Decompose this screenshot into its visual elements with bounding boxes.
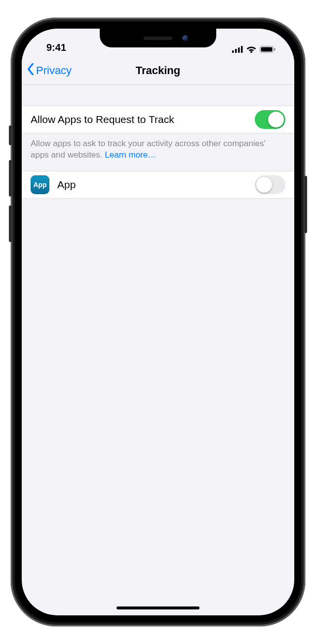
battery-icon (260, 46, 276, 53)
status-time: 9:41 (46, 42, 66, 53)
learn-more-link[interactable]: Learn more… (105, 150, 156, 160)
app-icon: App (31, 175, 49, 194)
app-tracking-toggle[interactable] (255, 175, 285, 194)
mute-switch[interactable] (9, 125, 12, 145)
page-title: Tracking (136, 64, 180, 77)
back-button[interactable]: Privacy (27, 63, 72, 78)
svg-rect-2 (238, 47, 240, 53)
side-button[interactable] (304, 176, 307, 233)
back-label: Privacy (36, 64, 72, 77)
cellular-icon (232, 46, 243, 53)
speaker-grill (144, 37, 172, 40)
front-camera (182, 35, 189, 41)
svg-rect-0 (232, 50, 234, 53)
svg-rect-1 (235, 49, 237, 53)
home-indicator[interactable] (117, 606, 199, 609)
allow-tracking-cell: Allow Apps to Request to Track (22, 106, 294, 133)
screen: 9:41 Privacy Tracki (22, 29, 294, 615)
chevron-left-icon (27, 63, 35, 78)
allow-tracking-label: Allow Apps to Request to Track (31, 114, 255, 125)
navigation-bar: Privacy Tracking (22, 56, 294, 85)
svg-rect-3 (241, 46, 243, 53)
svg-rect-5 (261, 47, 273, 52)
wifi-icon (246, 45, 257, 53)
phone-frame: 9:41 Privacy Tracki (11, 18, 305, 626)
volume-up-button[interactable] (9, 160, 12, 197)
app-tracking-row: AppApp (22, 171, 294, 199)
app-name-label: App (57, 179, 255, 191)
allow-tracking-toggle[interactable] (255, 110, 285, 129)
notch (100, 29, 216, 47)
allow-tracking-footer: Allow apps to ask to track your activity… (22, 133, 294, 161)
svg-rect-6 (274, 48, 276, 51)
volume-down-button[interactable] (9, 205, 12, 242)
